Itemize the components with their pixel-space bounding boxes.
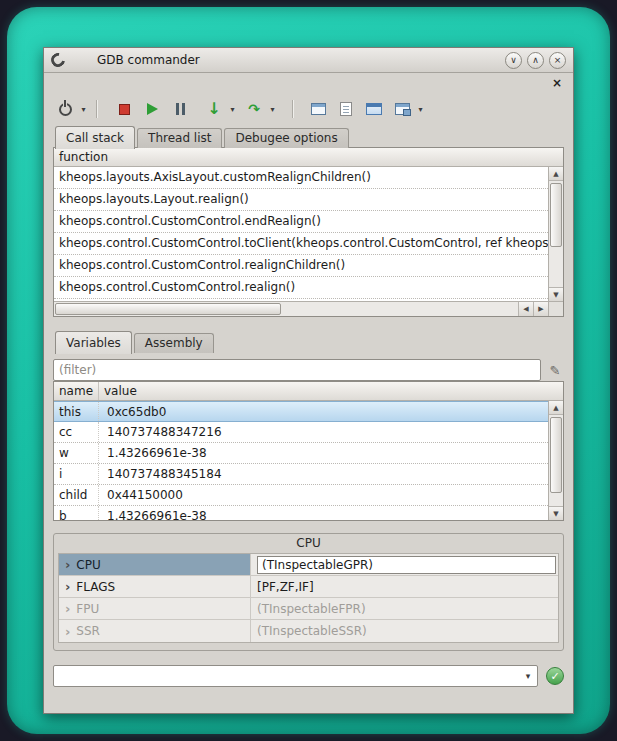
- cpu-row[interactable]: › CPU: [59, 554, 558, 576]
- cpu-groupbox: CPU › CPU › FLAGS: [53, 533, 564, 651]
- table-row[interactable]: child 0x44150000: [54, 485, 548, 506]
- chevron-down-icon: ▾: [81, 105, 85, 114]
- variable-name: i: [54, 464, 99, 484]
- call-stack-panel: function kheops.layouts.AxisLayout.custo…: [53, 147, 564, 317]
- close-button[interactable]: ×: [549, 52, 566, 69]
- variable-value: 140737488345184: [99, 467, 548, 481]
- windows-button[interactable]: [306, 96, 330, 122]
- groupbox-title: CPU: [54, 536, 563, 550]
- cpu-row[interactable]: › FLAGS [PF,ZF,IF]: [59, 576, 558, 598]
- frame-function: kheops.control.CustomControl.realignChil…: [59, 258, 345, 272]
- command-input[interactable]: [53, 665, 538, 687]
- variables-rows: this 0xc65db0 cc 140737488347216 w 1.432…: [54, 401, 548, 520]
- frame-function: kheops.layouts.Layout.realign(): [59, 192, 249, 206]
- toolbar-separator: [96, 100, 97, 118]
- expand-icon[interactable]: ›: [65, 558, 70, 571]
- table-row[interactable]: this 0xc65db0: [54, 401, 548, 422]
- stop-button[interactable]: [112, 96, 136, 122]
- scroll-thumb[interactable]: [55, 303, 281, 315]
- variables-header: name value: [54, 382, 563, 401]
- dock-header: ×: [53, 73, 564, 93]
- variables-panel: name value this 0xc65db0 cc 140737488347…: [53, 381, 564, 521]
- scrollbar-corner: [548, 301, 563, 316]
- monitor-icon: [366, 103, 382, 115]
- horizontal-scrollbar[interactable]: ◀ ▶: [54, 301, 548, 316]
- tab-call-stack[interactable]: Call stack: [55, 126, 135, 149]
- variable-value: 0x44150000: [99, 488, 548, 502]
- clear-filter-icon[interactable]: ✎: [546, 363, 564, 378]
- pause-icon: [176, 103, 185, 115]
- monitor-button[interactable]: [362, 96, 386, 122]
- report-icon: [340, 102, 352, 116]
- chevron-down-icon: ▾: [270, 105, 274, 114]
- debug-toolbar: ▾ ↓ ▾ ↷ ▾ ▾: [53, 93, 564, 125]
- register-value-editor[interactable]: [257, 556, 556, 574]
- window-title: GDB commander: [97, 53, 200, 67]
- maximize-button[interactable]: ∧: [527, 52, 544, 69]
- variable-name: child: [54, 485, 99, 505]
- mid-tabbar: Variables Assembly: [53, 330, 564, 353]
- scroll-down-button[interactable]: ▼: [549, 287, 563, 301]
- scroll-thumb[interactable]: [550, 417, 562, 493]
- report-button[interactable]: [334, 96, 358, 122]
- scroll-up-button[interactable]: ▲: [549, 167, 563, 181]
- call-stack-row[interactable]: kheops.control.CustomControl.endRealign(…: [54, 211, 548, 233]
- power-icon: [59, 103, 72, 116]
- combo-dropdown-icon[interactable]: ▾: [519, 666, 537, 686]
- call-stack-row[interactable]: kheops.layouts.Layout.realign(): [54, 189, 548, 211]
- scroll-left-button[interactable]: ◀: [518, 302, 533, 316]
- step-button[interactable]: ↓: [202, 96, 226, 122]
- call-stack-row[interactable]: kheops.control.CustomControl.toClient(kh…: [54, 233, 548, 255]
- column-function[interactable]: function: [54, 148, 108, 166]
- expand-icon[interactable]: ›: [65, 580, 70, 593]
- titlebar[interactable]: GDB commander ∨ ∧ ×: [44, 48, 573, 73]
- continue-button[interactable]: [140, 96, 164, 122]
- tab-variables[interactable]: Variables: [55, 331, 132, 354]
- expand-icon[interactable]: ›: [65, 625, 70, 638]
- tab-assembly[interactable]: Assembly: [134, 333, 214, 353]
- scroll-thumb[interactable]: [550, 183, 562, 247]
- power-menu-button[interactable]: ▾: [77, 96, 89, 122]
- panel-close-button[interactable]: ×: [550, 77, 564, 89]
- call-stack-header[interactable]: function: [54, 148, 563, 167]
- tab-thread-list[interactable]: Thread list: [137, 128, 222, 148]
- cpu-row[interactable]: › FPU (TInspectableFPR): [59, 598, 558, 620]
- step-menu-button[interactable]: ▾: [226, 96, 238, 122]
- pause-button[interactable]: [168, 96, 192, 122]
- vertical-scrollbar[interactable]: ▲ ▼: [548, 167, 563, 301]
- step-over-menu-button[interactable]: ▾: [266, 96, 278, 122]
- call-stack-row[interactable]: kheops.layouts.AxisLayout.customRealignC…: [54, 167, 548, 189]
- step-over-icon: ↷: [248, 102, 260, 116]
- scroll-down-button[interactable]: ▼: [549, 506, 563, 520]
- call-stack-row[interactable]: kheops.control.CustomControl.realign(): [54, 277, 548, 299]
- filter-input[interactable]: [53, 359, 541, 381]
- table-row[interactable]: w 1.43266961e-38: [54, 443, 548, 464]
- table-row[interactable]: b 1.43266961e-38: [54, 506, 548, 520]
- variable-name: w: [54, 443, 99, 463]
- column-name[interactable]: name: [54, 382, 99, 400]
- register-group-name: FPU: [76, 602, 99, 616]
- power-button[interactable]: [53, 96, 77, 122]
- minimize-button[interactable]: ∨: [505, 52, 522, 69]
- step-over-button[interactable]: ↷: [242, 96, 266, 122]
- command-combo[interactable]: ▾: [53, 665, 538, 687]
- frame-function: kheops.control.CustomControl.toClient(kh…: [59, 236, 548, 250]
- column-value[interactable]: value: [99, 382, 137, 400]
- table-row[interactable]: cc 140737488347216: [54, 422, 548, 443]
- variable-value: 1.43266961e-38: [99, 446, 548, 460]
- table-row[interactable]: i 140737488345184: [54, 464, 548, 485]
- window-options-button[interactable]: [390, 96, 414, 122]
- scroll-right-button[interactable]: ▶: [533, 302, 548, 316]
- expand-icon[interactable]: ›: [65, 602, 70, 615]
- scroll-up-button[interactable]: ▲: [549, 401, 563, 415]
- send-command-button[interactable]: ✓: [546, 667, 564, 685]
- play-icon: [147, 103, 158, 115]
- vertical-scrollbar[interactable]: ▲ ▼: [548, 401, 563, 520]
- register-group-name: CPU: [76, 558, 100, 572]
- window-options-menu-button[interactable]: ▾: [414, 96, 426, 122]
- call-stack-row[interactable]: kheops.control.CustomControl.realignChil…: [54, 255, 548, 277]
- variable-name: cc: [54, 422, 99, 442]
- tab-debugee-options[interactable]: Debugee options: [224, 128, 348, 148]
- cpu-row[interactable]: › SSR (TInspectableSSR): [59, 620, 558, 642]
- window-icon: [311, 103, 326, 115]
